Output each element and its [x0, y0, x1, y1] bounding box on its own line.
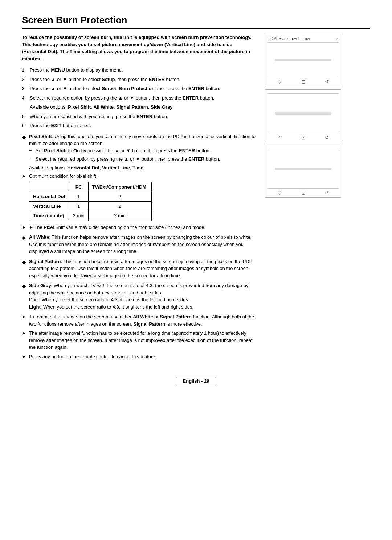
step-6-num: 6	[22, 122, 27, 129]
screen-box-1-footer: ♡ ⊡ ↺	[268, 77, 339, 85]
step-4-num: 4	[22, 94, 27, 102]
step-6-text: Press the EXIT button to exit.	[30, 122, 91, 129]
table-header-feature	[29, 182, 69, 192]
step-5-text: When you are satisfied with your setting…	[30, 113, 168, 120]
screen-box-1-inner	[268, 43, 339, 77]
step-1: 1 Press the MENU button to display the m…	[22, 67, 258, 74]
step-4: 4 Select the required option by pressing…	[22, 94, 258, 102]
step-3-text: Press the ▲ or ▼ button to select Screen…	[30, 85, 220, 92]
step-3-num: 3	[22, 85, 27, 92]
pixel-shift-text: Pixel Shift: Using this function, you ca…	[29, 133, 258, 147]
all-white-text: All White: This function helps remove af…	[29, 234, 258, 255]
optimum-note: ➤ Optimum condition for pixel shift;	[22, 173, 258, 180]
step-4-text: Select the required option by pressing t…	[30, 94, 214, 102]
note-2-text: The after image removal function has to …	[29, 330, 258, 351]
all-white-head: ◆ All White: This function helps remove …	[22, 234, 258, 255]
page-title: Screen Burn Protection	[22, 15, 370, 29]
signal-pattern-head: ◆ Signal Pattern: This function helps re…	[22, 258, 258, 279]
step-5: 5 When you are satisfied with your setti…	[22, 113, 258, 120]
table-cell-vline-label: Vertical Line	[29, 201, 69, 211]
step-4b-text: Available options: Pixel Shift, All Whit…	[30, 104, 173, 111]
screen-box-3-bar	[275, 168, 332, 170]
pixel-shift-available: Available options: Horizontal Dot, Verti…	[22, 164, 258, 172]
signal-pattern-text: Signal Pattern: This function helps remo…	[29, 258, 258, 279]
table-row-vline: Vertical Line 1 2	[29, 201, 152, 211]
main-content: To reduce the possibility of screen burn…	[22, 34, 258, 362]
screen-box-2-inner	[268, 94, 339, 133]
step-4b: Available options: Pixel Shift, All Whit…	[22, 104, 258, 111]
screen-box-2-footer: ♡ ⊡ ↺	[268, 133, 339, 140]
table-row-time: Time (minute) 2 min 2 min	[29, 211, 152, 221]
table-row-hdot: Horizontal Dot 1 2	[29, 192, 152, 202]
arrow-icon-3: ➤	[22, 313, 27, 327]
table-cell-time-tv: 2 min	[88, 211, 151, 221]
step-2-num: 2	[22, 76, 27, 83]
pixel-shift-note: ➤ ➤ The Pixel Shift value may differ dep…	[22, 224, 258, 231]
screen-icon-refresh-2: ↺	[325, 134, 329, 140]
diamond-icon-3: ◆	[22, 258, 27, 279]
diamond-icon-2: ◆	[22, 234, 27, 255]
screen-box-3: ♡ ⊡ ↺	[265, 145, 341, 198]
footer: English - 29	[22, 373, 370, 385]
page-layout: To reduce the possibility of screen burn…	[22, 34, 370, 362]
note-3-text: Press any button on the remote control t…	[29, 353, 156, 360]
table-cell-hdot-tv: 2	[88, 192, 151, 202]
footer-label: English - 29	[176, 377, 216, 385]
screen-icon-display-1: ⊡	[301, 79, 306, 85]
sub-dash-1: −	[29, 147, 33, 154]
pixel-shift-sub1-text: Set Pixel Shift to On by pressing the ▲ …	[36, 147, 211, 154]
table-cell-time-label: Time (minute)	[29, 211, 69, 221]
screen-box-3-footer: ♡ ⊡ ↺	[268, 188, 339, 196]
steps-list: 1 Press the MENU button to display the m…	[22, 67, 258, 129]
screen-box-3-inner	[268, 149, 339, 188]
screen-icon-refresh-3: ↺	[325, 190, 329, 196]
screen-icon-display-2: ⊡	[301, 134, 306, 140]
pixel-shift-sub2: − Select the required option by pressing…	[22, 156, 258, 163]
step-1-num: 1	[22, 67, 27, 74]
side-gray-section: ◆ Side Gray: When you watch TV with the …	[22, 282, 258, 310]
screen-icon-refresh-1: ↺	[325, 79, 329, 85]
arrow-icon-4: ➤	[22, 330, 27, 351]
step-3: 3 Press the ▲ or ▼ button to select Scre…	[22, 85, 258, 92]
side-gray-text: Side Gray: When you watch TV with the sc…	[29, 282, 258, 310]
screen-box-1: HDMI Black Level : Low × ♡ ⊡ ↺	[265, 34, 341, 86]
signal-pattern-section: ◆ Signal Pattern: This function helps re…	[22, 258, 258, 279]
pixel-shift-sub1: − Set Pixel Shift to On by pressing the …	[22, 147, 258, 154]
table-cell-time-pc: 2 min	[69, 211, 88, 221]
sub-dash-2: −	[29, 156, 33, 163]
all-white-section: ◆ All White: This function helps remove …	[22, 234, 258, 255]
table-header-pc: PC	[69, 182, 88, 192]
screen-box-2: ♡ ⊡ ↺	[265, 89, 341, 142]
screen-icon-heart-1: ♡	[277, 79, 282, 85]
pixel-shift-note-text: ➤ The Pixel Shift value may differ depen…	[29, 224, 205, 231]
table-cell-vline-tv: 2	[88, 201, 151, 211]
screen-box-1-close: ×	[336, 36, 339, 41]
table-cell-hdot-label: Horizontal Dot	[29, 192, 69, 202]
note-1: ➤ To remove after images on the screen, …	[22, 313, 258, 327]
step-1-text: Press the MENU button to display the men…	[30, 67, 123, 74]
screen-box-2-bar	[275, 112, 332, 115]
step-4b-num	[22, 104, 27, 111]
arrow-icon-2: ➤	[22, 224, 27, 231]
optimum-text: Optimum condition for pixel shift;	[29, 173, 98, 180]
intro-paragraph: To reduce the possibility of screen burn…	[22, 34, 258, 62]
table-header-tv: TV/Ext/Component/HDMI	[88, 182, 151, 192]
screen-icon-display-3: ⊡	[301, 190, 306, 196]
pixel-shift-sub2-text: Select the required option by pressing t…	[36, 156, 220, 163]
side-gray-head: ◆ Side Gray: When you watch TV with the …	[22, 282, 258, 310]
note-1-text: To remove after images on the screen, us…	[29, 313, 258, 327]
pixel-shift-section: ◆ Pixel Shift: Using this function, you …	[22, 133, 258, 221]
screen-icon-heart-3: ♡	[277, 190, 282, 196]
note-3: ➤ Press any button on the remote control…	[22, 353, 258, 360]
step-2-text: Press the ▲ or ▼ button to select Setup,…	[30, 76, 180, 83]
sidebar: HDMI Black Level : Low × ♡ ⊡ ↺ ♡ ⊡	[265, 34, 345, 198]
screen-box-1-header: HDMI Black Level : Low ×	[268, 36, 339, 43]
screen-icon-heart-2: ♡	[277, 134, 282, 140]
step-5-num: 5	[22, 113, 27, 120]
screen-box-1-label: HDMI Black Level : Low	[268, 36, 310, 41]
pixel-table: PC TV/Ext/Component/HDMI Horizontal Dot …	[29, 182, 152, 221]
step-2: 2 Press the ▲ or ▼ button to select Setu…	[22, 76, 258, 83]
note-2: ➤ The after image removal function has t…	[22, 330, 258, 351]
pixel-shift-head: ◆ Pixel Shift: Using this function, you …	[22, 133, 258, 147]
arrow-icon-1: ➤	[22, 173, 27, 180]
